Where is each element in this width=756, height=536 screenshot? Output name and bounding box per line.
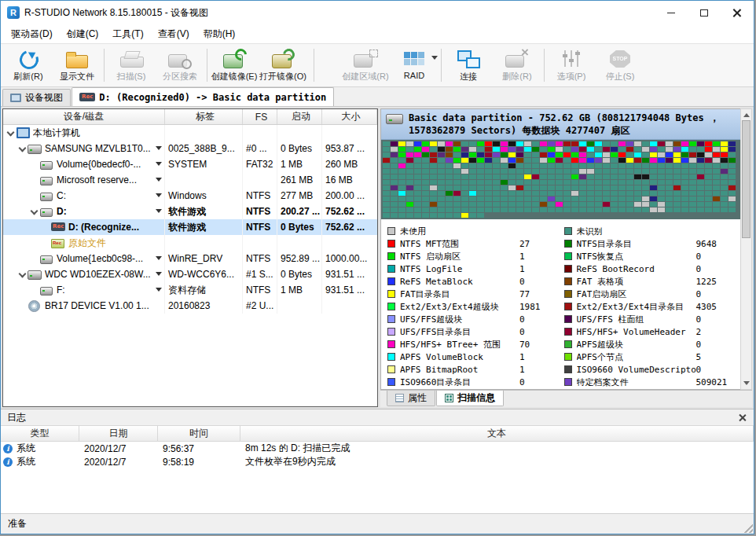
scan-block	[595, 196, 602, 201]
tree-column-header-fs[interactable]: FS	[243, 109, 277, 124]
row-dropdown-arrow-icon[interactable]	[156, 256, 162, 260]
legend-swatch	[387, 378, 395, 386]
legend-item: ReFS BootRecord0	[563, 262, 739, 275]
tab-scan-result[interactable]: D: (Recognized0) -> Basic data partition	[72, 87, 334, 106]
log-column-header-text[interactable]: 文本	[240, 426, 754, 441]
toolbar-button-create-image[interactable]: 创建镜像(E)	[210, 45, 259, 86]
scan-block	[453, 163, 461, 168]
log-close-button[interactable]	[738, 413, 747, 422]
tree-row[interactable]: Microsoft reserve...261 MB16 MB	[3, 172, 377, 188]
scan-block	[540, 202, 547, 207]
resize-grip[interactable]	[743, 523, 753, 533]
scan-block	[721, 158, 728, 163]
log-row[interactable]: i系统2020/12/79:58:19文件枚举在9秒内完成	[1, 455, 754, 468]
row-dropdown-arrow-icon[interactable]	[156, 209, 162, 213]
right-scrollbar[interactable]	[740, 108, 752, 390]
row-dropdown-arrow-icon[interactable]	[156, 288, 162, 292]
tab-properties[interactable]: 属性	[387, 391, 435, 406]
scan-block	[721, 202, 728, 207]
tree-row[interactable]: Volume{0bedecf0-...SYSTEMFAT321 MB260 MB	[3, 156, 377, 172]
scan-block	[414, 196, 421, 201]
tree-row[interactable]: C:WindowsNTFS277 MB200.00 ...	[3, 188, 377, 204]
toolbar-button-open-image[interactable]: 打开镜像(O)	[259, 45, 307, 86]
tree-cell-label	[165, 235, 243, 251]
raid-dropdown-arrow-icon[interactable]	[431, 56, 438, 60]
scrollbar-thumb[interactable]	[742, 120, 750, 238]
scrollbar-up-arrow-icon[interactable]	[743, 113, 750, 117]
tree-column-header-start[interactable]: 启动	[277, 109, 322, 124]
toolbar-button-show-files[interactable]: 显示文件	[53, 45, 101, 86]
tree-row[interactable]: SAMSUNG MZVLB1T0...0025_388B_9...#0 ...0…	[3, 141, 377, 156]
scan-block	[516, 180, 523, 185]
scan-block	[721, 147, 728, 152]
tree-row[interactable]: D:软件游戏NTFS200.27 ...752.62 ...	[3, 204, 377, 219]
tree-row[interactable]: BR17 DEVICE V1.00 1...20160823#2 U...	[3, 298, 377, 314]
toolbar-button-scan[interactable]: 扫描(S)	[107, 45, 156, 86]
toolbar-button-stop[interactable]: 停止(S)	[596, 45, 644, 86]
tree-row[interactable]: D: (Recognize...软件游戏NTFS0 Bytes752.62 ..…	[3, 219, 377, 235]
minimize-button[interactable]	[655, 1, 688, 24]
scan-block	[579, 169, 586, 174]
toolbar-button-delete[interactable]: 删除(R)	[493, 45, 541, 86]
menu-item-tools[interactable]: 工具(T)	[105, 25, 150, 43]
scan-block	[453, 207, 461, 212]
tree-column-header-size[interactable]: 大小	[322, 109, 377, 124]
scan-block	[587, 158, 594, 163]
tree-column-header-name[interactable]: 设备/磁盘	[3, 109, 165, 124]
tree-row[interactable]: F:资料存储NTFS1 MB931.51 ...	[3, 282, 377, 298]
row-dropdown-arrow-icon[interactable]	[156, 178, 162, 182]
row-dropdown-arrow-icon[interactable]	[156, 272, 162, 276]
tree-row[interactable]: 原始文件	[3, 235, 377, 251]
toolbar-button-partition-search[interactable]: 分区搜索	[156, 45, 204, 86]
legend-swatch	[387, 290, 395, 298]
scan-block	[650, 158, 657, 163]
scan-block	[446, 163, 453, 168]
expand-chevron-icon[interactable]	[18, 269, 28, 280]
toolbar-button-options[interactable]: 选项(P)	[547, 45, 596, 86]
log-column-header-type[interactable]: 类型	[1, 426, 79, 441]
expand-chevron-icon[interactable]	[18, 143, 28, 154]
row-dropdown-arrow-icon[interactable]	[156, 146, 162, 150]
log-cell-type: i系统	[1, 442, 79, 455]
tree-row[interactable]: 本地计算机	[3, 125, 377, 141]
tree-row[interactable]: Volume{1ecb0c98-...WinRE_DRVNTFS952.89 .…	[3, 251, 377, 266]
legend-swatch	[387, 252, 395, 260]
scan-block	[414, 147, 421, 152]
expand-chevron-icon[interactable]	[6, 127, 16, 138]
menu-item-create[interactable]: 创建(C)	[60, 25, 106, 43]
tree-column-header-label[interactable]: 标签	[165, 109, 243, 124]
scan-block	[453, 141, 461, 146]
scan-block	[532, 169, 539, 174]
tree-cell-fs: #2 U...	[243, 298, 277, 314]
expand-chevron-icon[interactable]	[30, 206, 39, 217]
toolbar-button-refresh[interactable]: 刷新(R)	[4, 45, 53, 86]
toolbar-button-connect[interactable]: 连接	[444, 45, 493, 86]
tree-cell-start: 277 MB	[277, 188, 322, 204]
scan-icon	[119, 47, 144, 71]
scan-block	[579, 152, 586, 157]
tree-cell-start: 0 Bytes	[277, 266, 322, 282]
scan-block	[571, 191, 578, 196]
maximize-button[interactable]	[688, 1, 721, 24]
scan-block	[681, 191, 688, 196]
menu-item-drive[interactable]: 驱动器(D)	[4, 25, 60, 43]
toolbar-button-create-region[interactable]: 创建区域(R)	[341, 45, 390, 86]
row-dropdown-arrow-icon[interactable]	[156, 193, 162, 197]
scan-block	[681, 147, 688, 152]
toolbar-button-label: 打开镜像(O)	[259, 71, 306, 83]
scrollbar-down-arrow-icon[interactable]	[743, 381, 750, 385]
log-row[interactable]: i系统2020/12/79:56:378m 12s 的 D: 扫描已完成	[1, 442, 754, 455]
row-dropdown-arrow-icon[interactable]	[156, 162, 162, 166]
tree-row[interactable]: WDC WD10EZEX-08W...WD-WCC6Y6...#1 S...0 …	[3, 266, 377, 282]
scan-block	[548, 174, 555, 179]
close-button[interactable]	[721, 1, 754, 24]
scan-block	[571, 169, 578, 174]
tab-scan-info[interactable]: 扫描信息	[436, 391, 504, 406]
log-column-header-time[interactable]: 时间	[158, 426, 240, 441]
toolbar-button-raid[interactable]: RAID	[390, 45, 439, 86]
tree-cell-label	[165, 172, 243, 188]
menu-item-view[interactable]: 查看(V)	[151, 25, 196, 43]
tab-device-view[interactable]: 设备视图	[2, 89, 71, 106]
menu-item-help[interactable]: 帮助(H)	[196, 25, 243, 43]
log-column-header-date[interactable]: 日期	[79, 426, 158, 441]
